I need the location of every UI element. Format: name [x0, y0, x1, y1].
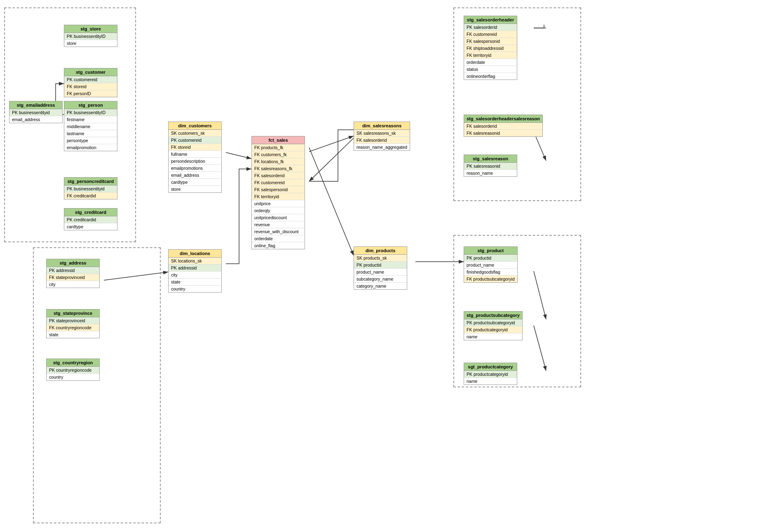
table-row-fct_sales-0: FK products_fk [252, 144, 305, 151]
table-header-fct_sales: fct_sales [252, 136, 305, 144]
table-stg_stateprovince: stg_stateprovincePK stateprovinceidFK co… [46, 309, 100, 338]
table-header-stg_address: stg_address [47, 259, 99, 267]
table-row-fct_sales-10: unitpricediscount [252, 214, 305, 221]
table-row-stg_person-4: persontype [64, 137, 117, 144]
table-header-stg_product: stg_product [464, 247, 517, 255]
table-row-stg_stateprovince-1: FK countryregioncode [47, 324, 99, 331]
table-row-stg_product-2: finishedgoodsflag [464, 269, 517, 276]
table-row-dim_products-3: subcategory_name [354, 276, 407, 283]
svg-line-2 [226, 152, 251, 159]
table-row-stg_creditcard-1: cardtype [64, 223, 117, 230]
table-header-sgt_productcategory: sgt_productcategory [464, 363, 517, 371]
table-row-stg_salesorderheader-1: FK customereid [464, 31, 517, 38]
table-dim_salesreasons: dim_salesreasonsSK salesreasons_skFK sal… [354, 122, 410, 151]
table-row-dim_customers-1: PK customereid [169, 137, 221, 144]
table-row-fct_sales-9: orderqty [252, 207, 305, 214]
table-row-stg_salesorderheader-2: FK salespersonid [464, 38, 517, 45]
table-row-dim_locations-3: state [169, 279, 221, 286]
table-row-stg_customer-1: FK storeid [64, 83, 117, 90]
table-row-stg_salesreason-0: PK salesreasonid [464, 163, 517, 170]
table-row-stg_salesorderheadersalesreason-0: FK salesorderid [464, 123, 542, 130]
table-row-stg_store-0: PK businessentityID [64, 33, 117, 40]
table-row-dim_salesreasons-2: reason_name_aggregated [354, 144, 410, 150]
table-row-stg_product-3: FK productsubcategoryid [464, 276, 517, 282]
table-row-stg_salesorderheader-5: orderdate [464, 59, 517, 66]
table-row-dim_customers-4: persondescription [169, 158, 221, 165]
table-stg_person: stg_personPK businessentityIDfirstnamemi… [64, 101, 117, 151]
table-dim_locations: dim_locationsSK locations_skPK addressid… [168, 249, 222, 293]
table-row-dim_locations-1: PK addressid [169, 265, 221, 272]
table-row-stg_emailaddress-0: PK businessentityid [9, 109, 62, 116]
table-row-stg_emailaddress-1: email_address [9, 116, 62, 123]
table-row-dim_products-0: SK products_sk [354, 255, 407, 262]
table-row-stg_person-1: firstname [64, 116, 117, 123]
table-row-stg_person-5: emailpromotion [64, 144, 117, 151]
table-header-dim_locations: dim_locations [169, 250, 221, 258]
table-row-dim_locations-2: city [169, 272, 221, 279]
table-stg_personcreditcard: stg_personcreditcardPK businessentityidF… [64, 177, 117, 199]
table-row-stg_salesorderheader-7: onlineorderflag [464, 73, 517, 80]
svg-line-5 [309, 138, 354, 181]
table-row-stg_personcreditcard-1: FK creditcardid [64, 192, 117, 199]
table-row-fct_sales-6: FK salespersonid [252, 186, 305, 193]
table-row-dim_customers-7: cardtype [169, 179, 221, 186]
table-row-stg_countryregion-1: country [47, 374, 99, 380]
table-row-stg_person-0: PK businessentityID [64, 109, 117, 116]
table-header-stg_salesorderheadersalesreason: stg_salesorderheadersalesreason [464, 115, 542, 123]
table-sgt_productcategory: sgt_productcategoryPK productcategoryidn… [464, 363, 517, 385]
diagram-canvas: stg_storePK businessentityIDstorestg_cus… [0, 0, 767, 532]
table-row-stg_productsubcategory-1: FK productcategoryid [464, 326, 522, 333]
table-header-dim_customers: dim_customers [169, 122, 221, 130]
table-row-dim_customers-2: FK storeid [169, 144, 221, 151]
table-header-stg_personcreditcard: stg_personcreditcard [64, 178, 117, 185]
table-row-stg_address-2: city [47, 281, 99, 288]
table-row-stg_stateprovince-0: PK stateprovinceid [47, 317, 99, 324]
table-row-stg_person-2: middlename [64, 123, 117, 130]
table-row-dim_customers-3: fullname [169, 151, 221, 158]
table-row-stg_stateprovince-2: state [47, 331, 99, 338]
table-row-sgt_productcategory-1: name [464, 378, 517, 384]
table-stg_productsubcategory: stg_productsubcategoryPK productsubcateg… [464, 311, 523, 340]
table-row-dim_products-2: product_name [354, 269, 407, 276]
table-row-stg_address-0: PK addressid [47, 267, 99, 274]
table-row-stg_address-1: FK stateprovinceid [47, 274, 99, 281]
svg-line-3 [309, 136, 354, 152]
table-dim_products: dim_productsSK products_skPK productidpr… [354, 246, 407, 290]
table-header-stg_salesreason: stg_salesreason [464, 155, 517, 163]
table-header-dim_salesreasons: dim_salesreasons [354, 122, 410, 130]
table-stg_countryregion: stg_countryregionPK countryregioncodecou… [46, 359, 100, 381]
table-stg_salesorderheader: stg_salesorderheaderPK salesorderidFK cu… [464, 16, 517, 80]
table-stg_creditcard: stg_creditcardPK creditcardidcardtype [64, 208, 117, 230]
table-stg_product: stg_productPK productidproduct_namefinis… [464, 246, 518, 283]
table-row-stg_store-1: store [64, 40, 117, 47]
table-header-dim_products: dim_products [354, 247, 407, 255]
table-row-stg_salesorderheader-4: FK territoryid [464, 52, 517, 59]
table-row-fct_sales-2: FK locations_fk [252, 158, 305, 165]
table-row-fct_sales-5: FK customereid [252, 179, 305, 186]
table-header-stg_customer: stg_customer [64, 68, 117, 76]
table-row-stg_countryregion-0: PK countryregioncode [47, 367, 99, 374]
table-row-stg_product-0: PK productid [464, 255, 517, 262]
table-header-stg_productsubcategory: stg_productsubcategory [464, 312, 522, 319]
table-stg_customer: stg_customerPK customereidFK storeidFK p… [64, 68, 117, 97]
table-header-stg_salesorderheader: stg_salesorderheader [464, 16, 517, 24]
table-stg_salesreason: stg_salesreasonPK salesreasonidreason_na… [464, 155, 517, 177]
table-row-dim_salesreasons-0: SK salesreasons_sk [354, 130, 410, 137]
table-row-stg_salesorderheader-6: status [464, 66, 517, 73]
dashed-box-left-bottom [33, 247, 161, 523]
table-row-stg_salesorderheader-3: FK shiptoaddressid [464, 45, 517, 52]
table-row-fct_sales-1: FK customers_fk [252, 151, 305, 158]
table-row-dim_customers-8: store [169, 186, 221, 192]
table-row-fct_sales-8: unitprice [252, 200, 305, 207]
table-row-dim_customers-5: emailpromotions [169, 165, 221, 172]
table-header-stg_stateprovince: stg_stateprovince [47, 309, 99, 317]
table-row-dim_locations-0: SK locations_sk [169, 258, 221, 265]
table-row-stg_salesorderheadersalesreason-1: FK salesreasonid [464, 130, 542, 136]
table-row-stg_person-3: lastname [64, 130, 117, 137]
table-stg_emailaddress: stg_emailaddressPK businessentityidemail… [9, 101, 63, 123]
table-row-dim_salesreasons-1: FK salesorderid [354, 137, 410, 144]
table-row-fct_sales-4: FK salesorderid [252, 172, 305, 179]
table-row-dim_customers-0: SK customers_sk [169, 130, 221, 137]
table-row-dim_products-1: PK productid [354, 262, 407, 269]
table-row-stg_customer-2: FK personID [64, 90, 117, 97]
